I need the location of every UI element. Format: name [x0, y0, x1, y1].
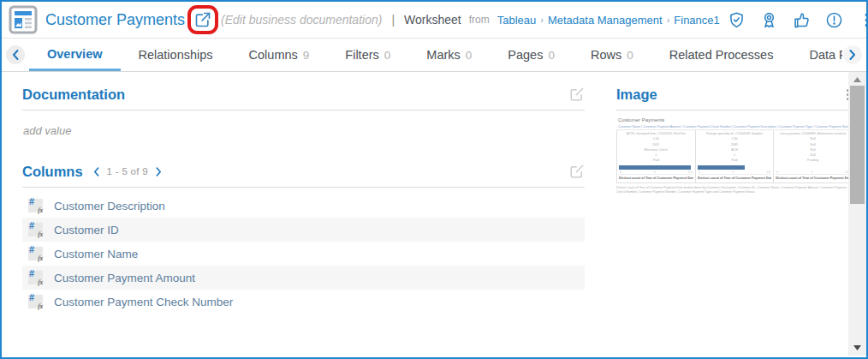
- column-name: Customer ID: [54, 224, 119, 236]
- tab-count-badge: 0: [548, 49, 555, 62]
- columns-pagination: 1 - 5 of 9: [93, 166, 162, 177]
- tab-count-badge: 0: [627, 49, 633, 62]
- numeric-calculated-field-icon: #fx: [28, 271, 43, 284]
- breadcrumb-tableau[interactable]: Tableau: [497, 14, 537, 27]
- worksheet-preview-image[interactable]: Customer Payments Customer Name | Custom…: [616, 117, 853, 195]
- tab-related-processes[interactable]: Related Processes: [651, 39, 792, 71]
- section-divider: [22, 187, 585, 188]
- object-type-label: Worksheet: [404, 13, 461, 27]
- numeric-calculated-field-icon: #fx: [28, 199, 43, 212]
- chevron-left-icon: [93, 167, 99, 177]
- column-row-customer-payment-amount[interactable]: #fx Customer Payment Amount: [22, 266, 585, 290]
- thumbnail-panel: Lorery premier, C1008487, Adventurers te…: [774, 130, 853, 182]
- image-title: Image: [616, 87, 657, 103]
- bar: [698, 165, 745, 170]
- left-column: Documentation add value Columns: [2, 72, 608, 356]
- column-name: Customer Name: [54, 248, 138, 260]
- column-name: Customer Payment Amount: [54, 272, 195, 284]
- edit-hint-text: (Edit business documentation): [221, 13, 382, 27]
- header-actions: [728, 11, 868, 29]
- axis-label: Distinct count of Year of Customer Payme…: [776, 174, 850, 182]
- thumbnail-panel: Foreign specialty oh, C1004508, Sampler …: [696, 130, 775, 182]
- tab-columns[interactable]: Columns 9: [231, 39, 328, 71]
- worksheet-icon: [9, 5, 38, 34]
- numeric-calculated-field-icon: #fx: [28, 247, 43, 260]
- column-name: Customer Description: [54, 200, 165, 212]
- image-section-header: Image: [616, 83, 853, 105]
- pagination-range-label: 1 - 5 of 9: [107, 166, 148, 177]
- axis-label: Distinct count of Year of Customer Payme…: [698, 174, 772, 182]
- breadcrumb-separator: ›: [667, 15, 670, 25]
- page-header: Customer Payments (Edit business documen…: [2, 2, 866, 39]
- edit-columns-section-icon[interactable]: [569, 164, 585, 179]
- edit-documentation-button[interactable]: [193, 9, 213, 30]
- certification-ribbon-icon[interactable]: [760, 11, 778, 29]
- kebab-menu-icon[interactable]: [858, 11, 868, 29]
- breadcrumb-metadata-management[interactable]: Metadata Management: [548, 14, 663, 27]
- documentation-section: Documentation add value: [22, 83, 585, 137]
- thumbnail-title: Customer Payments: [618, 117, 853, 123]
- thumbnail-panel: A/720, moneyed item, C1000103, RentTwo 1…: [616, 130, 696, 182]
- tab-marks[interactable]: Marks 0: [408, 39, 490, 71]
- documentation-header: Documentation: [22, 83, 585, 105]
- column-row-customer-description[interactable]: #fx Customer Description: [22, 194, 585, 218]
- chevron-right-icon: [156, 167, 162, 177]
- section-divider: [616, 110, 853, 111]
- tab-bar: Overview Relationships Columns 9 Filters…: [2, 39, 866, 72]
- chevron-left-icon: [12, 50, 19, 60]
- bar: [619, 165, 691, 170]
- numeric-calculated-field-icon: #fx: [28, 295, 43, 308]
- tab-count-badge: 9: [303, 49, 310, 62]
- tab-data-flow[interactable]: Data Flow: [791, 39, 842, 71]
- axis-label: Distinct count of Year of Customer Payme…: [619, 174, 693, 182]
- breadcrumb-separator: ›: [540, 15, 544, 25]
- scrollbar-thumb[interactable]: [850, 86, 865, 204]
- pagination-next-button[interactable]: [156, 167, 162, 177]
- tab-count-badge: 0: [384, 49, 391, 62]
- tabs-scroll-left-button[interactable]: [6, 45, 25, 64]
- tab-filters[interactable]: Filters 0: [327, 39, 408, 71]
- from-label: from: [469, 14, 490, 26]
- columns-section: Columns 1 - 5 of 9: [22, 160, 585, 314]
- edit-documentation-section-icon[interactable]: [569, 87, 585, 102]
- columns-header: Columns 1 - 5 of 9: [22, 160, 585, 182]
- tab-count-badge: 0: [466, 49, 473, 62]
- right-column: Image Customer Payments Customer Name | …: [608, 72, 866, 356]
- page-title: Customer Payments: [45, 11, 185, 29]
- scroll-down-arrow[interactable]: [848, 342, 866, 354]
- alert-circle-icon[interactable]: [825, 11, 843, 29]
- documentation-title: Documentation: [22, 87, 125, 103]
- numeric-calculated-field-icon: #fx: [28, 223, 43, 236]
- chevron-right-icon: [849, 50, 856, 60]
- thumbnail-caption: Distinct count of Year of Customer Payme…: [616, 186, 853, 196]
- breadcrumb-finance1[interactable]: Finance1: [674, 14, 719, 27]
- tabs: Overview Relationships Columns 9 Filters…: [29, 39, 842, 71]
- external-link-icon: [194, 11, 211, 28]
- vertical-scrollbar[interactable]: [848, 72, 866, 356]
- column-name: Customer Payment Check Number: [54, 296, 233, 308]
- documentation-placeholder[interactable]: add value: [23, 124, 585, 137]
- thumbnail-panels: A/720, moneyed item, C1000103, RentTwo 1…: [616, 129, 853, 183]
- thumbs-up-icon[interactable]: [793, 11, 811, 29]
- column-row-customer-payment-check-number[interactable]: #fx Customer Payment Check Number: [22, 290, 585, 314]
- tab-overview[interactable]: Overview: [29, 39, 121, 71]
- app-window: Customer Payments (Edit business documen…: [0, 0, 868, 359]
- columns-list: #fx Customer Description #fx Customer ID…: [22, 194, 585, 314]
- breadcrumb: Tableau › Metadata Management › Finance1: [497, 14, 720, 27]
- column-row-customer-name[interactable]: #fx Customer Name: [22, 242, 585, 266]
- columns-title: Columns: [22, 164, 83, 180]
- scroll-up-arrow[interactable]: [848, 74, 866, 86]
- column-row-customer-id[interactable]: #fx Customer ID: [22, 218, 585, 242]
- shield-check-icon[interactable]: [728, 11, 746, 29]
- section-divider: [22, 110, 585, 111]
- separator: |: [391, 13, 395, 27]
- tabs-scroll-right-button[interactable]: [843, 45, 862, 64]
- content-area: Documentation add value Columns: [2, 72, 866, 356]
- pagination-prev-button[interactable]: [93, 167, 99, 177]
- tab-relationships[interactable]: Relationships: [121, 39, 231, 71]
- tab-rows[interactable]: Rows 0: [573, 39, 651, 71]
- tab-pages[interactable]: Pages 0: [490, 39, 573, 71]
